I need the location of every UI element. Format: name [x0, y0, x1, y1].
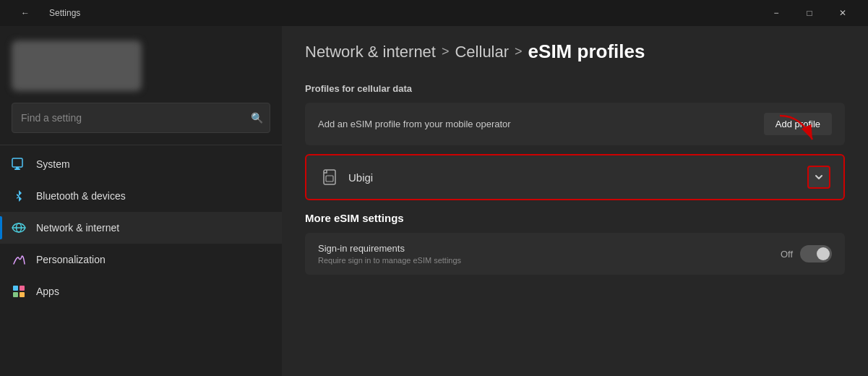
personalization-icon	[12, 252, 26, 267]
network-icon	[12, 221, 26, 235]
profiles-section-header: Profiles for cellular data	[305, 83, 845, 94]
search-input[interactable]	[12, 103, 270, 133]
sign-in-requirements-row: Sign-in requirements Require sign in to …	[305, 233, 845, 275]
sidebar-item-personalization-label: Personalization	[36, 254, 106, 265]
content-area: Network & internet > Cellular > eSIM pro…	[282, 26, 868, 376]
breadcrumb-current: eSIM profiles	[528, 40, 645, 63]
apps-icon	[12, 284, 26, 299]
svg-rect-11	[326, 176, 333, 181]
sidebar: 🔍 System Bluetooth & devices	[0, 26, 282, 376]
sign-in-title: Sign-in requirements	[318, 243, 461, 254]
sidebar-item-network[interactable]: Network & internet	[0, 212, 282, 244]
sim-card-icon	[319, 167, 340, 187]
add-profile-card: Add an eSIM profile from your mobile ope…	[305, 103, 845, 145]
sidebar-item-bluetooth[interactable]: Bluetooth & devices	[0, 180, 282, 212]
avatar-area	[0, 26, 282, 103]
sign-in-toggle[interactable]	[800, 245, 832, 262]
search-box[interactable]: 🔍	[12, 103, 270, 133]
sign-in-toggle-area: Off	[781, 245, 832, 262]
search-icon: 🔍	[251, 112, 263, 124]
titlebar-controls: − □ ✕	[760, 0, 859, 26]
red-arrow-icon	[765, 112, 823, 148]
more-esim-header: More eSIM settings	[305, 212, 845, 224]
profile-expand-button[interactable]	[807, 166, 830, 189]
titlebar: ← Settings − □ ✕	[0, 0, 868, 26]
close-button[interactable]: ✕	[826, 0, 859, 26]
sign-in-text-area: Sign-in requirements Require sign in to …	[318, 243, 461, 265]
profile-item-ubigi[interactable]: Ubigi	[305, 154, 845, 200]
add-profile-description: Add an eSIM profile from your mobile ope…	[318, 119, 511, 129]
sidebar-item-bluetooth-label: Bluetooth & devices	[36, 190, 126, 202]
sidebar-item-apps[interactable]: Apps	[0, 275, 282, 307]
system-icon	[12, 157, 26, 171]
sign-in-status: Off	[781, 249, 793, 260]
back-button[interactable]: ←	[9, 0, 42, 26]
add-profile-row: Add an eSIM profile from your mobile ope…	[305, 103, 845, 145]
sidebar-item-network-label: Network & internet	[36, 222, 119, 234]
svg-rect-0	[12, 158, 22, 167]
sidebar-item-system[interactable]: System	[0, 148, 282, 180]
svg-rect-1	[14, 168, 20, 170]
main-layout: 🔍 System Bluetooth & devices	[0, 26, 868, 376]
sidebar-divider	[0, 145, 282, 145]
svg-rect-5	[13, 286, 18, 291]
svg-rect-8	[20, 292, 25, 297]
profile-name-ubigi: Ubigi	[348, 171, 373, 184]
sidebar-item-system-label: System	[36, 158, 70, 170]
svg-rect-2	[16, 167, 19, 168]
svg-rect-10	[324, 170, 335, 184]
breadcrumb-sep1: >	[442, 44, 450, 59]
svg-rect-6	[20, 286, 25, 291]
minimize-button[interactable]: −	[760, 0, 793, 26]
sign-in-subtitle: Require sign in to manage eSIM settings	[318, 256, 461, 265]
maximize-button[interactable]: □	[793, 0, 826, 26]
breadcrumb-part2: Cellular	[455, 43, 509, 61]
breadcrumb-part1: Network & internet	[305, 43, 436, 61]
avatar	[12, 40, 142, 91]
sidebar-item-personalization[interactable]: Personalization	[0, 244, 282, 275]
titlebar-left: ← Settings	[9, 0, 80, 26]
svg-rect-7	[13, 292, 18, 297]
breadcrumb: Network & internet > Cellular > eSIM pro…	[305, 40, 845, 63]
bluetooth-icon	[12, 189, 26, 203]
sidebar-item-apps-label: Apps	[36, 286, 59, 297]
titlebar-title: Settings	[49, 8, 80, 18]
breadcrumb-sep2: >	[515, 44, 523, 59]
profile-item-left: Ubigi	[319, 167, 373, 187]
